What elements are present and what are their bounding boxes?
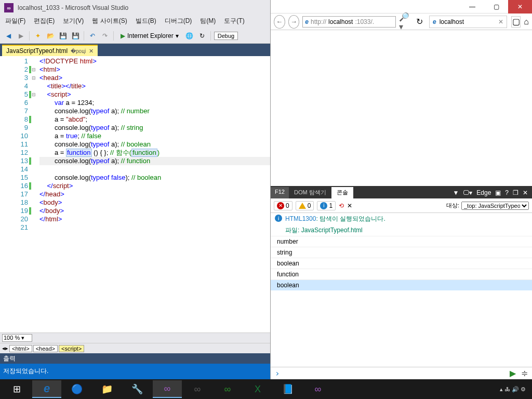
minimize-button[interactable]: —	[460, 0, 484, 14]
vs-title-text: localhost_1033 - Microsoft Visual Studio	[18, 4, 128, 11]
console-input-bar: › ▶ ≑	[271, 367, 532, 379]
nav-back-icon[interactable]: ◀	[3, 31, 14, 41]
taskbar-vs-3[interactable]: ∞	[213, 380, 242, 398]
output-panel-header[interactable]: 출력	[0, 353, 270, 364]
console-log-line[interactable]: boolean	[271, 280, 532, 290]
code-body[interactable]: <!DOCTYPE html><html><head> <title></tit…	[37, 56, 270, 332]
taskbar-explorer[interactable]: 📁	[92, 380, 122, 398]
console-log-line[interactable]: function	[271, 269, 532, 280]
taskbar-vs-2[interactable]: ∞	[183, 380, 212, 398]
editor-tab[interactable]: JavaScriptTypeof.html �році ✕	[2, 45, 98, 56]
console-prompt-icon[interactable]: ›	[275, 368, 280, 378]
address-bar[interactable]: e http://localhost:1033/.	[302, 16, 396, 28]
tab-dom-explorer[interactable]: DOM 탐색기	[289, 187, 331, 198]
clear-console-icon[interactable]: ✕	[347, 202, 352, 209]
menu-item[interactable]: 파일(F)	[3, 16, 28, 28]
reload-icon[interactable]: ↻	[416, 17, 423, 26]
breadcrumb-item[interactable]: <script>	[59, 345, 84, 352]
close-tab-icon[interactable]: ✕	[498, 18, 503, 25]
clear-on-nav-icon[interactable]: ⟲	[339, 202, 344, 209]
redo-icon[interactable]: ↷	[100, 31, 110, 41]
edge-mode-label[interactable]: Edge	[476, 189, 491, 196]
ie-logo-icon: e	[305, 18, 309, 25]
refresh-icon[interactable]: ↻	[197, 31, 207, 41]
console-log-line[interactable]: number	[271, 236, 532, 247]
ie-tab-icon: e	[433, 18, 436, 25]
code-editor[interactable]: 123456789101112131415161718192021 ⊟⊟⊟ <!…	[0, 56, 270, 332]
console-file-ref: 파일: JavaScriptTypeof.html	[271, 225, 532, 236]
console-log-line[interactable]: string	[271, 247, 532, 258]
menu-item[interactable]: 팀(M)	[198, 16, 218, 28]
home-icon[interactable]: ⌂	[524, 17, 529, 26]
nav-fwd-icon[interactable]: ▶	[16, 31, 26, 41]
taskbar-ie[interactable]: e	[32, 380, 61, 398]
expand-console-icon[interactable]: ≑	[521, 368, 528, 378]
close-devtools-icon[interactable]: ✕	[523, 189, 528, 196]
vs-logo-icon: ∞	[4, 3, 14, 12]
help-icon[interactable]: ?	[505, 189, 509, 196]
console-log-line[interactable]: boolean	[271, 258, 532, 269]
taskbar-vs-4[interactable]: ∞	[303, 380, 332, 398]
close-window-button[interactable]: ✕	[508, 0, 532, 14]
menu-item[interactable]: 디버그(D)	[163, 16, 194, 28]
undo-icon[interactable]: ↶	[87, 31, 98, 41]
browser-icon[interactable]: 🌐	[184, 31, 195, 41]
run-script-icon[interactable]: ▶	[510, 368, 516, 378]
warning-filter[interactable]: 0	[296, 201, 314, 210]
tab-console[interactable]: 콘솔	[331, 187, 353, 198]
error-filter[interactable]: ✕0	[274, 201, 292, 210]
forward-button[interactable]: →	[288, 15, 300, 29]
close-tab-icon[interactable]: ✕	[89, 48, 94, 55]
devtools-panel: F12 DOM 탐색기 콘솔 ▼ 🖵▾ Edge ▣ ? ❐ ✕ ✕0 0 i1…	[271, 186, 532, 379]
ie-window: — ▢ ✕ ← → e http://localhost:1033/. 🔎 ▾ …	[270, 0, 532, 379]
ie-nav-bar: ← → e http://localhost:1033/. 🔎 ▾ ↻ e lo…	[271, 14, 532, 30]
play-icon: ▶	[121, 32, 125, 39]
info-filter[interactable]: i1	[317, 201, 336, 210]
breadcrumb-item[interactable]: <html>	[9, 345, 32, 352]
zoom-bar: 100 % ▾	[0, 332, 270, 343]
taskbar-tools[interactable]: 🔧	[123, 380, 152, 398]
menu-item[interactable]: 편집(E)	[32, 16, 57, 28]
save-icon[interactable]: 💾	[58, 31, 68, 41]
dropdown-icon: ▾	[176, 32, 179, 39]
save-all-icon[interactable]: 💾	[70, 31, 81, 41]
undock-icon[interactable]: ❐	[513, 189, 518, 196]
taskbar-notepad[interactable]: 📘	[273, 380, 302, 398]
breadcrumb-item[interactable]: <head>	[33, 345, 58, 352]
info-icon: i	[275, 215, 282, 222]
console-output[interactable]: i HTML1300: 탐색이 실행되었습니다. 파일: JavaScriptT…	[271, 213, 532, 367]
taskbar-chrome[interactable]: 🔵	[62, 380, 91, 398]
menu-item[interactable]: 보기(V)	[61, 16, 86, 28]
menu-item[interactable]: 웹 사이트(S)	[90, 16, 129, 28]
breadcrumb-nav-icon[interactable]: ◂▸	[2, 345, 8, 352]
system-tray[interactable]: ▴ 🖧 🔊 ⚙	[500, 386, 530, 393]
new-item-icon[interactable]: ✦	[33, 31, 43, 41]
menu-item[interactable]: 도구(T)	[222, 16, 246, 28]
back-button[interactable]: ←	[274, 15, 285, 29]
taskbar-excel[interactable]: X	[243, 380, 272, 398]
pin-devtools-icon[interactable]: ▼	[453, 189, 459, 196]
taskbar-vs-1[interactable]: ∞	[153, 380, 182, 398]
emulation-icon[interactable]: 🖵▾	[463, 189, 472, 196]
run-button[interactable]: ▶ Internet Explorer ▾	[117, 31, 182, 41]
config-select[interactable]: Debug	[214, 32, 238, 40]
menu-item[interactable]: 빌드(B)	[134, 16, 158, 28]
tab-filename: JavaScriptTypeof.html	[6, 47, 68, 55]
f12-label: F12	[271, 187, 289, 198]
page-content	[271, 30, 532, 186]
browser-tab[interactable]: e localhost ✕	[429, 16, 507, 28]
console-info-message: i HTML1300: 탐색이 실행되었습니다.	[271, 213, 532, 225]
new-tab-button[interactable]: ▢	[511, 16, 521, 28]
vs-menu-bar: 파일(F)편집(E)보기(V)웹 사이트(S)빌드(B)디버그(D)팀(M)도구…	[0, 16, 270, 28]
open-icon[interactable]: 📂	[45, 31, 56, 41]
target-select[interactable]: _top: JavaScriptTypeof.h	[461, 202, 529, 210]
pin-icon[interactable]: �році	[71, 48, 86, 54]
editor-tab-row: JavaScriptTypeof.html �році ✕	[0, 44, 270, 56]
zoom-select[interactable]: 100 % ▾	[2, 334, 32, 342]
script-icon[interactable]: ▣	[495, 189, 501, 196]
target-label: 대상:	[446, 202, 459, 209]
start-button[interactable]: ⊞	[2, 380, 31, 398]
maximize-button[interactable]: ▢	[484, 0, 508, 14]
line-gutter: 123456789101112131415161718192021	[0, 56, 30, 332]
search-dropdown-icon[interactable]: 🔎 ▾	[399, 12, 413, 32]
